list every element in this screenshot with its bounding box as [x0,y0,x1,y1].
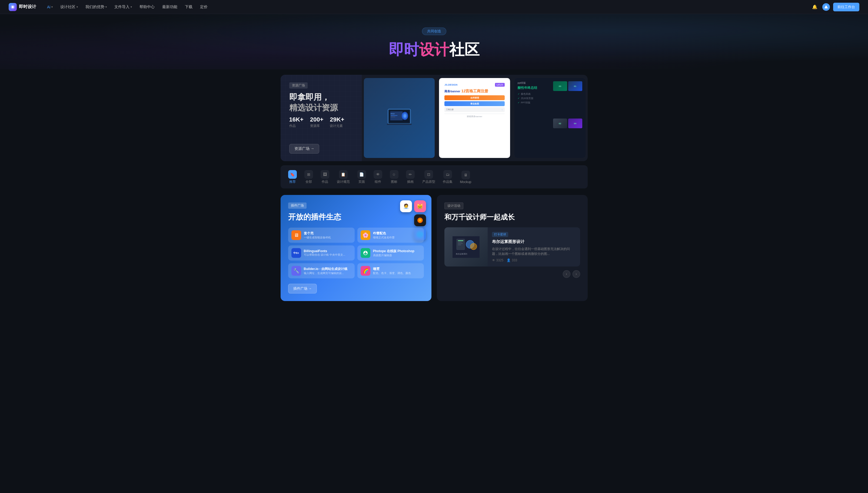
main-content: 资源广场 即拿即用， 精选设计资源 16K+ 作品 200+ 资源库 29K [272,69,596,317]
plugin-item-3[interactable]: 中En BillingualFonts 可以帮助你在 设计稿 中央中英文... [288,245,355,260]
plugin-item-4[interactable]: Photope 在线版 Photoshop 高级图片编辑器 [357,245,424,260]
activity-card: 设计活动 和万千设计师一起成长 [437,195,588,301]
cat-tab-component[interactable]: 👁 组件 [370,169,385,186]
plugin-tag: 插件广场 [288,202,306,209]
svg-rect-5 [387,124,412,125]
svg-point-22 [470,243,477,250]
resource-cards: 即时设计 JS.DE [362,75,588,161]
plugin-list: 🖥 套个壳 一键生成智能设备样机 🌸 咋蕾配色 嗖嗖正式改名咋蕾 [288,228,424,278]
nav-community[interactable]: 设计社区 ▾ [57,3,81,11]
plugin-float-icon-2: 😸 [414,200,426,212]
logo-icon [9,3,17,11]
plugin-icon-3: 中En [291,248,301,258]
stat-libraries: 200+ 资源库 [310,116,324,128]
chevron-down-icon: ▾ [105,5,107,8]
plugin-item-2[interactable]: 🌸 咋蕾配色 嗖嗖正式改名咋蕾 [357,228,424,243]
nav-download[interactable]: 下载 [182,3,196,11]
notification-bell[interactable]: 🔔 [810,3,819,11]
cat-tab-recommend[interactable]: 🔖 推荐 [285,169,300,186]
resource-plaza-button[interactable]: 资源广场 → [289,144,320,154]
resource-card-2[interactable]: JS.DESIGN UI/UX 商务banner 12宫格工商注册 合同管理 [439,78,510,158]
article-item[interactable]: 布尔运算系列 打卡星球 布尔运算图形设计 在设计过程中，往往会遇到一些基础图形无… [444,227,580,266]
chevron-down-icon: ▾ [77,5,78,8]
article-badge: 打卡星球 [492,232,508,237]
article-stats: 👁 3325 👤 333 [492,258,576,262]
plugin-item-1[interactable]: 🖥 套个壳 一键生成智能设备样机 [288,228,355,243]
category-tabs: 🔖 推荐 ⊞ 全部 🖼 作品 📋 设计规范 📄 页面 👁 组件 ☆ 图标 ✏ [281,166,588,189]
resource-tag: 资源广场 [289,82,308,89]
nav-ai[interactable]: Ai ▾ [44,3,56,11]
svg-text:布尔运算系列: 布尔运算系列 [456,253,467,255]
cat-tab-illustration[interactable]: ✏ 插画 [403,169,418,186]
avatar[interactable] [822,3,830,11]
hero-title-part3: 社区 [449,41,480,58]
nav-items: Ai ▾ 设计社区 ▾ 我们的优势 ▾ 文件导入 ▾ 帮助中心 最新功能 下载 … [44,3,808,11]
cat-tab-mockup[interactable]: 🖥 Mockup [457,169,475,186]
nav-features[interactable]: 最新功能 [159,3,181,11]
folder-icon: 🗂 [443,170,452,179]
article-content: 打卡星球 布尔运算图形设计 在设计过程中，往往会遇到一些基础图形无法解决的问题，… [488,227,580,266]
cat-tab-spec[interactable]: 📋 设计规范 [334,169,353,186]
activity-title: 和万千设计师一起成长 [444,213,580,222]
svg-rect-7 [390,115,397,116]
image-icon: 🖼 [321,170,329,179]
article-likes: 👤 333 [507,258,517,262]
plugin-card: 🧑‍💼 😸 🌐 插件广场 开放的插件生态 🖥 [281,195,431,301]
nav-help[interactable]: 帮助中心 [136,3,158,11]
stat-elements: 29K+ 设计元素 [330,116,344,128]
resource-card-3[interactable]: ppt排版 酸性年终总结 ✓极色风格 ✓共20张页面 ✓PPT排版 03 01 [514,78,586,158]
bookmark-icon: 🔖 [288,170,297,179]
activity-navigation: ‹ › [444,270,580,278]
plugin-float-icon-3 [414,214,426,226]
resource-left-panel: 资源广场 即拿即用， 精选设计资源 16K+ 作品 200+ 资源库 29K [281,75,362,161]
navbar: 即时设计 Ai ▾ 设计社区 ▾ 我们的优势 ▾ 文件导入 ▾ 帮助中心 最新功… [0,0,868,14]
resource-right-panel: 即时设计 JS.DE [362,75,588,161]
next-arrow[interactable]: › [572,270,580,278]
person-icon: 👤 [507,258,511,262]
prototype-icon: ⊡ [424,170,433,179]
cat-tab-works[interactable]: 🖼 作品 [317,169,332,186]
cat-tab-portfolio[interactable]: 🗂 作品集 [440,169,456,186]
prev-arrow[interactable]: ‹ [563,270,570,278]
article-title: 布尔运算图形设计 [492,239,576,244]
logo[interactable]: 即时设计 [9,3,36,11]
hero-title-part2: 设计 [419,41,449,58]
stat-works: 16K+ 作品 [289,116,304,128]
hero-section: 共同创造 即时设计社区 [0,14,868,69]
plugin-plaza-button[interactable]: 插件广场 → [288,284,317,294]
svg-rect-18 [458,242,462,242]
bottom-section: 🧑‍💼 😸 🌐 插件广场 开放的插件生态 🖥 [281,195,588,301]
chevron-down-icon: ▾ [130,5,132,8]
svg-rect-17 [458,240,463,241]
nav-advantages[interactable]: 我们的优势 ▾ [82,3,110,11]
navbar-right: 🔔 前往工作台 [810,3,859,11]
eye-icon: 👁 [492,258,495,262]
page-icon: 📄 [357,170,366,179]
svg-text:即时设计: 即时设计 [390,113,395,115]
nav-import[interactable]: 文件导入 ▾ [111,3,135,11]
monitor-icon: 🖥 [461,171,470,179]
jsdesign-logo: JS.DESIGN [444,83,457,86]
plugin-icon-6: 🌈 [361,266,370,276]
banner-tag: UI/UX [495,83,505,87]
star-icon: ☆ [390,170,399,179]
grid-icon: ⊞ [304,170,313,179]
article-desc: 在设计过程中，往往会遇到一些基础图形无法解决的问题，比如画一个图标或者画微软分的… [492,246,576,256]
resource-section: 资源广场 即拿即用， 精选设计资源 16K+ 作品 200+ 资源库 29K [281,75,588,161]
article-views: 👁 3325 [492,258,504,262]
logo-text: 即时设计 [19,4,36,10]
plugin-item-5[interactable]: 🔧 Builder.io - 由网站生成设计稿 输入网址，生成网页可编辑的设..… [288,263,355,278]
cat-tab-all[interactable]: ⊞ 全部 [301,169,316,186]
nav-pricing[interactable]: 定价 [197,3,211,11]
plugin-icon-2: 🌸 [361,230,370,240]
plugin-item-6[interactable]: 🌈 嘟霓 配色、色卡、渐变、调色、颜色 [357,263,424,278]
cat-tab-prototype[interactable]: ⊡ 产品原型 [419,169,439,186]
cat-tab-icon[interactable]: ☆ 图标 [387,169,402,186]
resource-title: 即拿即用， 精选设计资源 [289,92,353,113]
cat-tab-page[interactable]: 📄 页面 [354,169,369,186]
svg-point-14 [419,219,421,221]
workspace-button[interactable]: 前往工作台 [833,3,859,11]
resource-card-1[interactable]: 即时设计 [364,78,435,158]
svg-rect-19 [458,243,463,244]
plugin-float-icon-1: 🧑‍💼 [400,200,412,212]
